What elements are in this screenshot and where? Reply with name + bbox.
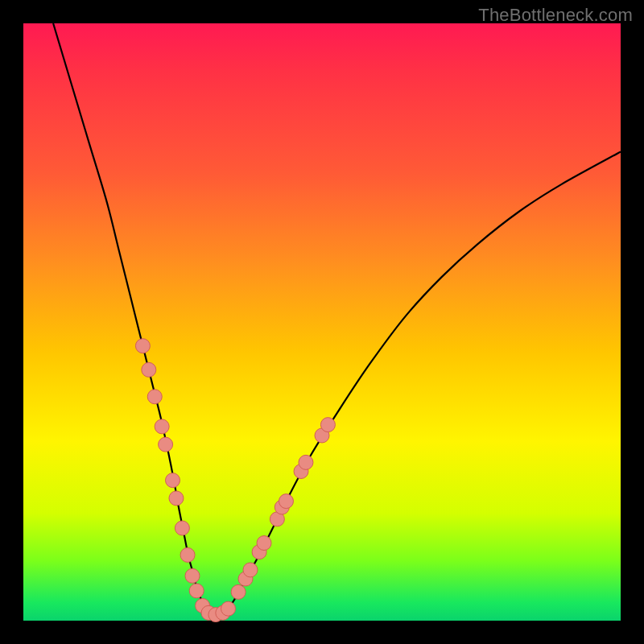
data-dot bbox=[135, 339, 150, 353]
data-dot bbox=[155, 419, 169, 434]
data-dot bbox=[320, 418, 335, 432]
watermark-text: TheBottleneck.com bbox=[478, 5, 633, 26]
data-dot bbox=[221, 601, 236, 616]
data-dot bbox=[185, 568, 200, 583]
data-dot bbox=[159, 437, 173, 452]
data-dot bbox=[166, 473, 180, 488]
data-dots bbox=[135, 339, 335, 622]
data-dot bbox=[175, 521, 189, 535]
chart-overlay bbox=[23, 23, 621, 621]
data-dot bbox=[279, 494, 293, 509]
data-dot bbox=[243, 563, 258, 577]
data-dot bbox=[257, 536, 271, 551]
data-dot bbox=[189, 584, 204, 598]
data-dot bbox=[299, 455, 313, 469]
data-dot bbox=[147, 390, 162, 404]
chart-frame: TheBottleneck.com bbox=[0, 0, 644, 644]
bottleneck-curve bbox=[53, 23, 621, 615]
data-dot bbox=[231, 584, 246, 599]
data-dot bbox=[169, 491, 184, 506]
data-dot bbox=[142, 362, 156, 377]
data-dot bbox=[180, 547, 195, 562]
